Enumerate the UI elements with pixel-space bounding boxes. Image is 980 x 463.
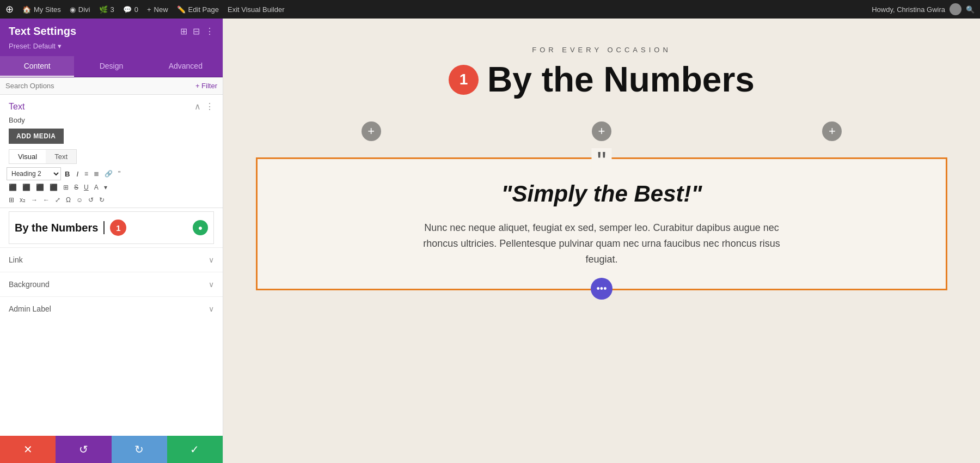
edit-page-link[interactable]: ✏️ Edit Page (177, 5, 219, 14)
unordered-list-icon[interactable]: ≡ (82, 168, 90, 179)
layout-icon[interactable]: ⊟ (193, 26, 200, 36)
special-chars-icon[interactable]: Ω (64, 194, 73, 205)
fullscreen-icon[interactable]: ⤢ (53, 194, 63, 205)
redo-button[interactable]: ↻ (112, 436, 167, 463)
bold-button[interactable]: B (62, 168, 72, 180)
ordered-list-icon[interactable]: ≣ (91, 168, 101, 179)
tab-content[interactable]: Content (0, 56, 74, 77)
plus-buttons-row: + + + (223, 111, 980, 152)
plus-icon: + (147, 5, 151, 14)
admin-label-section-header[interactable]: Admin Label ∨ (0, 297, 223, 321)
link-icon[interactable]: 🔗 (102, 168, 115, 179)
visual-tab[interactable]: Visual (9, 150, 46, 163)
tab-advanced[interactable]: Advanced (149, 56, 223, 77)
dropdown-icon[interactable]: ▾ (102, 182, 109, 193)
link-section: Link ∨ (0, 247, 223, 272)
emoji-icon[interactable]: ☺ (74, 194, 85, 205)
outdent-icon[interactable]: ← (41, 194, 52, 205)
plus-button-1[interactable]: + (362, 121, 381, 141)
wp-logo-icon[interactable]: ⊕ (5, 3, 14, 15)
toolbar-row-2: ⬛ ⬛ ⬛ ⬛ ⊞ S U A ▾ (7, 182, 216, 193)
greeting-text: Howdy, Christina Gwira (872, 5, 945, 14)
section-actions: ∧ ⋮ (194, 101, 214, 112)
heading-text: By the Numbers (487, 59, 755, 100)
quote-text: "Simply the Best!" (290, 181, 913, 207)
main-heading: 1 By the Numbers (234, 59, 969, 100)
dots-icon: ••• (597, 283, 607, 295)
admin-label-label: Admin Label (9, 304, 51, 313)
plus-button-3[interactable]: + (822, 121, 842, 141)
exit-visual-builder-link[interactable]: Exit Visual Builder (228, 5, 285, 14)
more-icon[interactable]: ⋮ (205, 26, 214, 36)
align-right-icon[interactable]: ⬛ (34, 182, 46, 193)
background-section: Background ∨ (0, 272, 223, 296)
cancel-button[interactable]: ✕ (0, 436, 56, 463)
chevron-up-icon[interactable]: ∧ (194, 101, 201, 112)
section-more-icon[interactable]: ⋮ (205, 101, 214, 112)
background-section-header[interactable]: Background ∨ (0, 272, 223, 296)
redo-icon[interactable]: ↻ (97, 194, 107, 205)
background-chevron-icon[interactable]: ∨ (209, 280, 214, 289)
new-link[interactable]: + New (147, 5, 168, 14)
divi-link[interactable]: ◉ Divi (70, 5, 90, 14)
align-left-icon[interactable]: ⬛ (7, 182, 19, 193)
undo-button[interactable]: ↺ (56, 436, 111, 463)
body-label: Body (0, 116, 223, 129)
text-tab[interactable]: Text (46, 150, 76, 163)
comments-link[interactable]: 🌿 3 (99, 5, 114, 14)
underline-icon[interactable]: U (82, 182, 91, 193)
text-cursor (103, 221, 105, 234)
panel-header: Text Settings ⊞ ⊟ ⋮ Preset: Default ▾ (0, 19, 223, 56)
quote-mark: " (591, 148, 611, 174)
undo-icon[interactable]: ↺ (86, 194, 96, 205)
my-sites-link[interactable]: 🏠 My Sites (22, 5, 61, 14)
heading-select[interactable]: Heading 2 Heading 1 Heading 3 Paragraph (7, 167, 61, 180)
collapse-icon[interactable]: ⊞ (180, 26, 187, 36)
panel-content: Text ∧ ⋮ Body ADD MEDIA Visual Text (0, 95, 223, 436)
filter-button[interactable]: + Filter (195, 82, 217, 90)
preset-label[interactable]: Preset: Default ▾ (9, 42, 62, 50)
floating-dots-button[interactable]: ••• (591, 278, 612, 300)
align-center-icon[interactable]: ⬛ (20, 182, 33, 193)
green-circle-icon: ● (198, 223, 203, 232)
panel-tabs: Content Design Advanced (0, 56, 223, 77)
text-number-badge: 1 (110, 220, 126, 236)
quote-section: " "Simply the Best!" Nunc nec neque aliq… (256, 157, 947, 290)
quote-icon[interactable]: " (116, 168, 122, 179)
bubbles-link[interactable]: 💬 0 (123, 5, 138, 14)
bubble-icon: 💬 (123, 5, 132, 14)
add-media-button[interactable]: ADD MEDIA (9, 129, 64, 144)
main-layout: Text Settings ⊞ ⊟ ⋮ Preset: Default ▾ Co… (0, 19, 980, 463)
plus-button-2[interactable]: + (592, 121, 611, 141)
admin-label-chevron-icon[interactable]: ∨ (209, 304, 214, 313)
search-icon[interactable]: 🔍 (966, 5, 975, 14)
table-icon[interactable]: ⊞ (61, 182, 71, 193)
link-chevron-icon[interactable]: ∨ (209, 255, 214, 264)
divi-icon: ◉ (70, 5, 76, 14)
subscript-icon[interactable]: x₂ (17, 194, 28, 205)
search-input[interactable] (5, 82, 195, 90)
comment-icon: 🌿 (99, 5, 108, 14)
admin-bar-right: Howdy, Christina Gwira 🔍 (872, 3, 975, 15)
admin-bar: ⊕ 🏠 My Sites ◉ Divi 🌿 3 💬 0 + New ✏️ Edi… (0, 0, 980, 19)
panel-header-icons: ⊞ ⊟ ⋮ (180, 26, 214, 36)
link-label: Link (9, 255, 23, 264)
strikethrough-icon[interactable]: S (72, 182, 81, 193)
quote-body: Nunc nec neque aliquet, feugiat ex sed, … (416, 220, 787, 267)
link-section-header[interactable]: Link ∨ (0, 248, 223, 272)
text-editor-area[interactable]: By the Numbers 1 ● (9, 211, 214, 244)
text-color-icon[interactable]: A (92, 182, 101, 193)
text-section-header: Text ∧ ⋮ (0, 95, 223, 116)
indent-icon[interactable]: → (29, 194, 40, 205)
green-status-circle[interactable]: ● (193, 220, 208, 235)
tab-design[interactable]: Design (74, 56, 148, 77)
save-button[interactable]: ✓ (167, 436, 223, 463)
justify-icon[interactable]: ⬛ (47, 182, 60, 193)
format-icon[interactable]: ⊞ (7, 194, 16, 205)
background-label: Background (9, 280, 50, 289)
avatar[interactable] (950, 3, 961, 15)
heading-badge: 1 (449, 65, 479, 95)
italic-button[interactable]: I (74, 168, 81, 180)
editor-tabs: Visual Text (9, 149, 77, 164)
panel-search: + Filter (0, 77, 223, 95)
